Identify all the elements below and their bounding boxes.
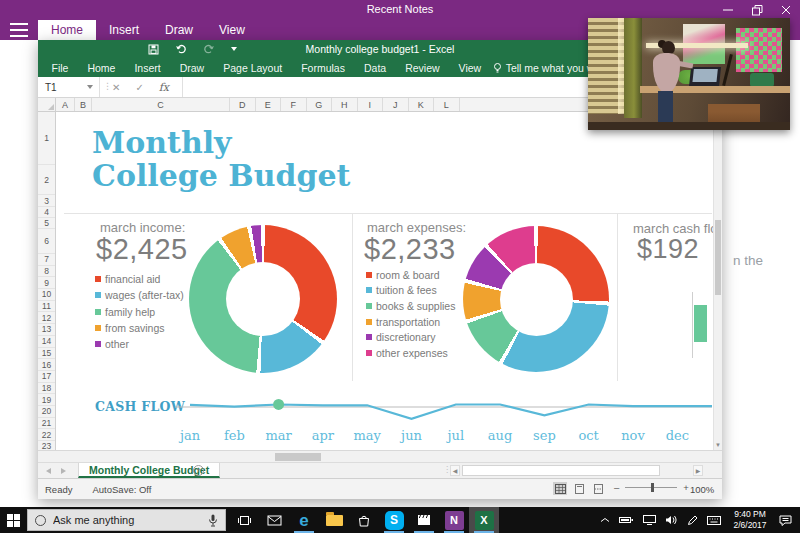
tray-clock[interactable]: 9:40 PM2/6/2017	[730, 509, 770, 530]
column-header-B[interactable]: B	[75, 98, 92, 111]
movies-tv-taskbar-button[interactable]	[409, 507, 439, 533]
row-header-6[interactable]: 6	[38, 229, 55, 254]
restore-icon[interactable]	[751, 4, 763, 16]
column-header-H[interactable]: H	[332, 98, 358, 111]
vertical-scrollbar[interactable]: ▼	[713, 112, 722, 450]
zoom-in-icon[interactable]: +	[683, 482, 689, 493]
ribbon-tab-file[interactable]: File	[42, 62, 78, 74]
cancel-icon[interactable]: ✕	[112, 82, 120, 93]
ribbon-tab-data[interactable]: Data	[354, 62, 395, 74]
sheet-canvas[interactable]: Monthly College Budget march income: $2,…	[56, 112, 713, 450]
edge-taskbar-button[interactable]: e	[289, 507, 319, 533]
tab-insert[interactable]: Insert	[96, 20, 152, 40]
pen-icon[interactable]	[687, 515, 698, 526]
horizontal-scrollbar-thumb[interactable]	[275, 453, 321, 461]
tabbar-scroll-thumb[interactable]	[462, 465, 660, 476]
hscroll-right-icon[interactable]: ▶	[693, 465, 703, 476]
mail-taskbar-button[interactable]	[259, 507, 289, 533]
video-overlay[interactable]	[588, 18, 790, 130]
file-explorer-taskbar-button[interactable]	[319, 507, 349, 533]
sheet-nav-left-icon[interactable]	[46, 468, 51, 474]
normal-view-icon[interactable]	[553, 482, 567, 495]
name-box[interactable]: T1	[38, 77, 100, 97]
zoom-out-icon[interactable]: –	[614, 482, 619, 493]
row-header-10[interactable]: 10	[38, 289, 55, 301]
hamburger-menu-icon[interactable]	[10, 23, 28, 37]
enter-icon[interactable]: ✓	[135, 82, 143, 93]
income-donut-chart[interactable]	[189, 225, 337, 373]
select-all-corner[interactable]	[38, 98, 56, 111]
ribbon-tab-view[interactable]: View	[449, 62, 491, 74]
column-header-L[interactable]: L	[434, 98, 460, 111]
excel-taskbar-button[interactable]: X	[469, 507, 499, 533]
skype-taskbar-button[interactable]: S	[379, 507, 409, 533]
row-header-12[interactable]: 12	[38, 312, 55, 324]
column-header-K[interactable]: K	[409, 98, 435, 111]
row-header-16[interactable]: 16	[38, 359, 55, 371]
horizontal-scrollbar[interactable]	[38, 450, 722, 462]
tab-home[interactable]: Home	[38, 20, 96, 40]
row-header-14[interactable]: 14	[38, 336, 55, 348]
column-header-D[interactable]: D	[230, 98, 256, 111]
row-header-17[interactable]: 17	[38, 371, 55, 383]
expenses-donut-chart[interactable]	[463, 226, 609, 372]
task-view-taskbar-button[interactable]	[229, 507, 259, 533]
ribbon-tab-page-layout[interactable]: Page Layout	[214, 62, 292, 74]
onenote-taskbar-button[interactable]: N	[439, 507, 469, 533]
row-header-15[interactable]: 15	[38, 348, 55, 360]
column-header-C[interactable]: C	[92, 98, 230, 111]
column-header-J[interactable]: J	[383, 98, 409, 111]
sheet-nav-right-icon[interactable]	[61, 468, 66, 474]
row-header-1[interactable]: 1	[38, 112, 55, 165]
status-autosave[interactable]: AutoSave: Off	[92, 484, 151, 495]
tab-view[interactable]: View	[206, 20, 258, 40]
ribbon-tab-review[interactable]: Review	[396, 62, 449, 74]
column-header-E[interactable]: E	[256, 98, 282, 111]
row-header-20[interactable]: 20	[38, 406, 55, 418]
row-header-9[interactable]: 9	[38, 277, 55, 289]
column-header-A[interactable]: A	[56, 98, 75, 111]
zoom-level[interactable]: 100%	[690, 484, 714, 495]
tab-draw[interactable]: Draw	[152, 20, 206, 40]
row-header-2[interactable]: 2	[38, 165, 55, 195]
vertical-scrollbar-thumb[interactable]	[715, 220, 721, 295]
scroll-down-icon[interactable]: ▼	[714, 442, 722, 448]
column-header-I[interactable]: I	[358, 98, 384, 111]
network-icon[interactable]	[643, 515, 656, 525]
page-break-view-icon[interactable]	[591, 482, 605, 495]
row-header-4[interactable]: 4	[38, 207, 55, 218]
ribbon-tab-formulas[interactable]: Formulas	[292, 62, 355, 74]
store-taskbar-button[interactable]	[349, 507, 379, 533]
column-header-F[interactable]: F	[281, 98, 307, 111]
cashflow-bar[interactable]	[694, 305, 707, 342]
hscroll-left-icon[interactable]: ◀	[450, 465, 460, 476]
ribbon-tab-insert[interactable]: Insert	[125, 62, 170, 74]
minimize-icon[interactable]	[722, 4, 734, 16]
row-header-8[interactable]: 8	[38, 266, 55, 278]
row-header-3[interactable]: 3	[38, 195, 55, 207]
start-button[interactable]	[0, 507, 27, 533]
battery-icon[interactable]	[619, 516, 634, 524]
row-header-21[interactable]: 21	[38, 418, 55, 430]
row-header-13[interactable]: 13	[38, 324, 55, 336]
zoom-slider[interactable]	[625, 487, 677, 488]
action-center-icon[interactable]	[779, 515, 792, 526]
microphone-icon[interactable]	[208, 514, 218, 527]
column-header-G[interactable]: G	[307, 98, 333, 111]
new-sheet-icon[interactable]: +	[193, 465, 204, 476]
row-header-19[interactable]: 19	[38, 394, 55, 406]
zoom-slider-thumb[interactable]	[651, 483, 654, 492]
page-layout-view-icon[interactable]	[572, 482, 586, 495]
insert-function-icon[interactable]: fx	[159, 81, 169, 94]
chevron-up-icon[interactable]	[600, 517, 610, 523]
close-icon[interactable]	[780, 4, 792, 16]
ribbon-tab-draw[interactable]: Draw	[170, 62, 214, 74]
keyboard-icon[interactable]	[707, 516, 721, 525]
march-marker-point[interactable]	[273, 399, 284, 410]
row-header-18[interactable]: 18	[38, 383, 55, 395]
ribbon-tab-home[interactable]: Home	[78, 62, 125, 74]
row-header-22[interactable]: 22	[38, 429, 55, 441]
row-header-7[interactable]: 7	[38, 254, 55, 266]
cashflow-line-chart[interactable]	[175, 391, 712, 425]
row-header-5[interactable]: 5	[38, 218, 55, 229]
